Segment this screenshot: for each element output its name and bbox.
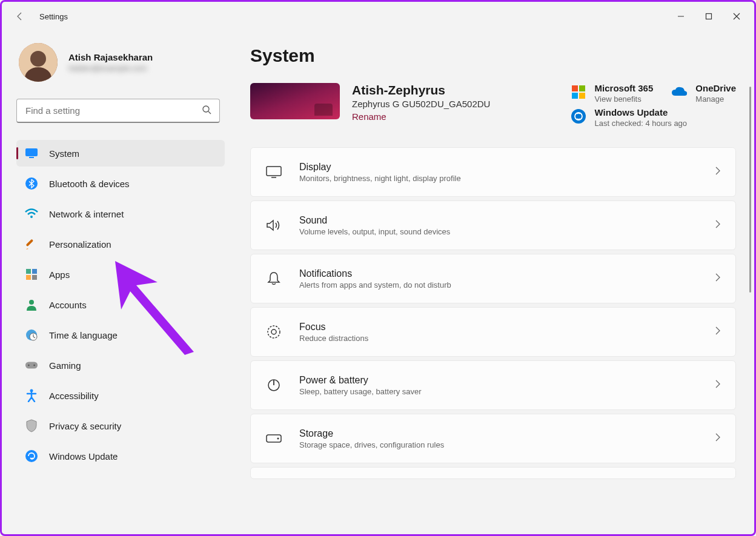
minimize-button[interactable] <box>667 7 695 26</box>
status-sub: View benefits <box>595 94 654 104</box>
sidebar-item-bluetooth[interactable]: Bluetooth & devices <box>16 170 225 197</box>
microsoft-365-icon <box>569 83 588 101</box>
setting-power[interactable]: Power & batterySleep, battery usage, bat… <box>250 360 736 410</box>
nav-list: System Bluetooth & devices Network & int… <box>16 140 225 469</box>
windows-update-link[interactable]: Windows Update Last checked: 4 hours ago <box>569 107 736 128</box>
microsoft-365-link[interactable]: Microsoft 365 View benefits <box>569 83 654 104</box>
svg-point-31 <box>268 326 280 338</box>
setting-card-partial[interactable] <box>250 467 736 479</box>
card-sub: Reduce distractions <box>299 334 715 343</box>
svg-rect-24 <box>572 85 578 91</box>
scrollbar[interactable] <box>749 87 751 293</box>
clock-globe-icon <box>25 328 38 342</box>
chevron-right-icon <box>715 379 721 391</box>
sidebar-item-accounts[interactable]: Accounts <box>16 291 225 318</box>
svg-point-20 <box>28 365 30 366</box>
sidebar-item-label: Accessibility <box>49 391 99 401</box>
svg-rect-12 <box>26 269 31 274</box>
bluetooth-icon <box>25 177 38 190</box>
svg-point-3 <box>30 51 46 67</box>
search-input[interactable] <box>16 99 220 123</box>
sidebar-item-label: System <box>49 148 79 159</box>
settings-list: DisplayMonitors, brightness, night light… <box>250 147 736 479</box>
card-title: Notifications <box>299 268 715 279</box>
svg-point-10 <box>30 216 33 218</box>
svg-point-28 <box>571 109 586 124</box>
sidebar-item-label: Personalization <box>49 239 111 250</box>
card-sub: Sleep, battery usage, battery saver <box>299 387 715 396</box>
svg-point-21 <box>33 365 35 366</box>
accessibility-icon <box>25 389 38 402</box>
card-title: Sound <box>299 215 715 226</box>
display-icon <box>265 164 282 180</box>
svg-rect-8 <box>29 157 34 158</box>
svg-rect-29 <box>267 167 281 176</box>
sidebar-item-accessibility[interactable]: Accessibility <box>16 382 225 409</box>
device-model: Zephyrus G GU502DU_GA502DU <box>352 99 490 109</box>
svg-rect-19 <box>25 362 38 369</box>
titlebar: Settings <box>2 2 754 31</box>
update-circle-icon <box>569 107 588 125</box>
chevron-right-icon <box>715 432 721 445</box>
chevron-right-icon <box>715 166 721 178</box>
sound-icon <box>265 217 282 234</box>
setting-sound[interactable]: SoundVolume levels, output, input, sound… <box>250 200 736 250</box>
apps-icon <box>25 268 38 281</box>
chevron-right-icon <box>715 273 721 285</box>
user-account-button[interactable]: Atish Rajasekharan hidden@example.com <box>16 43 225 82</box>
chevron-right-icon <box>715 326 721 338</box>
sidebar-item-label: Gaming <box>49 360 81 371</box>
status-title: OneDrive <box>695 83 736 93</box>
card-sub: Volume levels, output, input, sound devi… <box>299 227 715 236</box>
update-icon <box>25 449 38 463</box>
bell-icon <box>265 270 282 287</box>
system-icon <box>25 147 38 160</box>
sidebar-item-update[interactable]: Windows Update <box>16 443 225 469</box>
svg-point-32 <box>271 329 276 334</box>
sidebar-item-privacy[interactable]: Privacy & security <box>16 412 225 439</box>
sidebar-item-label: Bluetooth & devices <box>49 179 130 189</box>
rename-link[interactable]: Rename <box>352 111 490 122</box>
card-title: Storage <box>299 428 715 439</box>
device-name: Atish-Zephyrus <box>352 83 490 98</box>
person-icon <box>25 298 38 311</box>
focus-icon <box>265 323 282 340</box>
svg-point-36 <box>277 438 279 440</box>
sidebar-item-label: Time & language <box>49 330 118 340</box>
window-title: Settings <box>39 12 68 21</box>
page-title: System <box>250 45 736 66</box>
svg-rect-1 <box>706 14 712 19</box>
sidebar-item-personalization[interactable]: Personalization <box>16 231 225 257</box>
sidebar-item-network[interactable]: Network & internet <box>16 200 225 227</box>
maximize-button[interactable] <box>695 7 723 26</box>
onedrive-icon <box>670 83 688 101</box>
onedrive-link[interactable]: OneDrive Manage <box>670 83 736 104</box>
desktop-wallpaper-thumb <box>250 83 340 119</box>
device-info[interactable]: Atish-Zephyrus Zephyrus G GU502DU_GA502D… <box>250 83 490 128</box>
setting-display[interactable]: DisplayMonitors, brightness, night light… <box>250 147 736 197</box>
sidebar: Atish Rajasekharan hidden@example.com Sy… <box>2 31 232 534</box>
sidebar-item-apps[interactable]: Apps <box>16 261 225 288</box>
back-button[interactable] <box>12 8 28 25</box>
setting-notifications[interactable]: NotificationsAlerts from apps and system… <box>250 254 736 303</box>
svg-line-6 <box>208 111 211 114</box>
sidebar-item-label: Accounts <box>49 300 87 310</box>
status-title: Microsoft 365 <box>595 83 654 93</box>
shield-icon <box>25 419 38 432</box>
chevron-right-icon <box>715 219 721 231</box>
setting-focus[interactable]: FocusReduce distractions <box>250 307 736 357</box>
sidebar-item-system[interactable]: System <box>16 140 225 167</box>
svg-rect-15 <box>32 275 37 280</box>
card-title: Power & battery <box>299 375 715 386</box>
svg-point-23 <box>25 450 38 462</box>
sidebar-item-label: Network & internet <box>49 209 124 219</box>
sidebar-item-time[interactable]: Time & language <box>16 322 225 348</box>
user-email: hidden@example.com <box>68 64 153 73</box>
sidebar-item-label: Apps <box>49 270 70 280</box>
svg-rect-27 <box>579 93 585 99</box>
status-sub: Manage <box>695 94 736 104</box>
sidebar-item-gaming[interactable]: Gaming <box>16 352 225 379</box>
setting-storage[interactable]: StorageStorage space, drives, configurat… <box>250 414 736 463</box>
close-button[interactable] <box>723 7 751 26</box>
wifi-icon <box>25 207 38 220</box>
